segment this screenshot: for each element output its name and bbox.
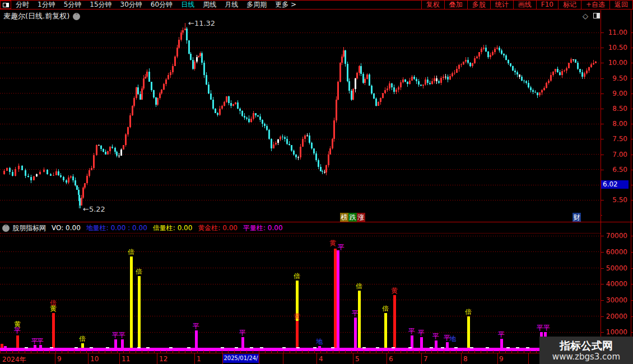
price-tick — [601, 155, 604, 155]
watermark-url: www.zbgs3.com — [552, 352, 620, 362]
indicator-value-0: VO: 0.00 — [52, 224, 81, 232]
edge-tick — [631, 94, 633, 94]
x-separator — [421, 353, 422, 364]
period-日线[interactable]: 日线 — [181, 0, 194, 10]
edge-tick — [631, 185, 633, 185]
period-月线[interactable]: 月线 — [225, 0, 238, 10]
volume-tick — [601, 268, 604, 269]
candlestick-chart[interactable] — [0, 22, 601, 222]
period-周线[interactable]: 周线 — [203, 0, 216, 10]
tool-F10[interactable]: F10 — [537, 1, 558, 9]
tool-多股[interactable]: 多股 — [468, 1, 491, 9]
indicator-value-3: 黄金柱: 0.00 — [198, 224, 238, 232]
period-1分钟[interactable]: 1分钟 — [38, 0, 55, 10]
svg-text:平: 平 — [119, 331, 125, 339]
x-separator — [55, 353, 55, 364]
x-separator — [497, 353, 498, 364]
x-label: 10 — [90, 355, 99, 363]
x-separator — [316, 353, 317, 364]
tool-复权[interactable]: 复权 — [422, 1, 445, 9]
xaxis-ticks — [0, 351, 601, 353]
period-5分钟[interactable]: 5分钟 — [64, 0, 82, 10]
x-separator — [194, 353, 195, 364]
edge-tick — [631, 236, 633, 236]
tool-+自选[interactable]: +自选 — [581, 1, 610, 9]
volume-tick — [601, 316, 604, 317]
edge-tick — [631, 32, 633, 33]
period-多周期[interactable]: 多周期 — [246, 0, 267, 10]
x-separator — [119, 353, 120, 364]
tool-叠加[interactable]: 叠加 — [445, 1, 468, 9]
x-separator — [157, 353, 157, 364]
edge-tick — [631, 109, 633, 109]
svg-text:平: 平 — [193, 322, 199, 330]
split-view-icon[interactable] — [593, 13, 600, 18]
badge-跌[interactable]: 跌 — [348, 213, 357, 222]
volume-tick — [601, 236, 604, 236]
window-layout-button[interactable] — [0, 1, 11, 9]
x-label: 11 — [122, 355, 130, 363]
svg-text:平: 平 — [408, 327, 415, 335]
period-30分钟[interactable]: 30分钟 — [120, 0, 142, 10]
tool-画线[interactable]: 画线 — [514, 1, 537, 9]
price-tick-minor — [601, 215, 602, 216]
watermark: 指标公式网 www.zbgs3.com — [539, 337, 633, 364]
price-tick — [601, 48, 604, 48]
edge-tick — [631, 78, 633, 79]
x-label: 5 — [355, 355, 360, 363]
svg-text:平: 平 — [37, 337, 44, 345]
svg-text:平: 平 — [498, 330, 505, 338]
x-label: 12 — [159, 355, 167, 363]
toolbar: 分时1分钟5分钟15分钟30分钟60分钟日线周线月线多周期更多 > 复权叠加多股… — [0, 0, 633, 10]
edge-tick — [631, 252, 633, 253]
price-tick-label: 8.00 — [602, 120, 627, 128]
tool-统计[interactable]: 统计 — [491, 1, 514, 9]
svg-text:平: 平 — [537, 324, 543, 332]
badge-涨[interactable]: 涨 — [357, 213, 365, 222]
x-separator — [259, 353, 259, 364]
volume-chart[interactable]: 黄平平平倍黄倍平平倍倍平平倍黄地黄平平倍倍黄平平平平地倍平平平 — [0, 234, 601, 353]
edge-tick — [631, 139, 633, 139]
price-tick — [601, 170, 604, 170]
edge-tick — [631, 155, 633, 155]
svg-text:黄: 黄 — [391, 287, 398, 295]
volume-tick-label: 60000 — [602, 248, 627, 256]
x-label: 2024年 — [2, 355, 26, 364]
svg-text:倍: 倍 — [382, 305, 389, 312]
edge-tick — [631, 170, 633, 170]
indicator-value-1: 地量柱: 0.00 : 0.00 — [86, 224, 147, 232]
price-tick-label: 10.50 — [602, 44, 627, 52]
volume-tick-label: 10000 — [602, 328, 627, 336]
volume-tick-label: 30000 — [602, 296, 627, 304]
svg-text:倍: 倍 — [294, 272, 300, 280]
page-title: 麦趣尔(日线.前复权) — [3, 11, 69, 21]
edge-tick — [631, 200, 633, 200]
price-tick-label: 11.00 — [602, 29, 627, 36]
price-tick — [601, 124, 604, 124]
period-60分钟[interactable]: 60分钟 — [151, 0, 173, 10]
indicator-value-2: 倍量柱: 0.00 — [153, 224, 193, 232]
x-separator — [528, 353, 529, 364]
period-分时[interactable]: 分时 — [16, 0, 29, 10]
chevron-down-icon[interactable]: ˅ — [73, 13, 80, 20]
period-15分钟[interactable]: 15分钟 — [90, 0, 111, 10]
tool-返回[interactable]: 返回 — [610, 1, 633, 9]
svg-text:平: 平 — [432, 332, 439, 340]
tool-标记[interactable]: 标记 — [558, 1, 581, 9]
diamond-icon[interactable]: ◇ — [583, 12, 588, 20]
badge-财[interactable]: 财 — [573, 213, 581, 222]
x-separator — [283, 353, 283, 364]
price-tick-label: 7.50 — [602, 135, 627, 143]
svg-text:倍: 倍 — [356, 282, 362, 290]
badge-榜[interactable]: 榜 — [340, 213, 348, 222]
edge-tick — [631, 63, 633, 63]
period-更多 >[interactable]: 更多 > — [275, 0, 296, 10]
collapse-chevron-icon[interactable]: ˅ — [2, 225, 10, 232]
panel-separator — [0, 222, 633, 222]
svg-text:平: 平 — [418, 329, 425, 337]
price-tick — [601, 94, 604, 94]
price-tick — [601, 78, 604, 79]
svg-text:倍: 倍 — [136, 268, 142, 276]
price-tick-label: 10.00 — [602, 59, 627, 67]
tools-menu: 复权叠加多股统计画线F10标记+自选返回 — [421, 1, 633, 9]
